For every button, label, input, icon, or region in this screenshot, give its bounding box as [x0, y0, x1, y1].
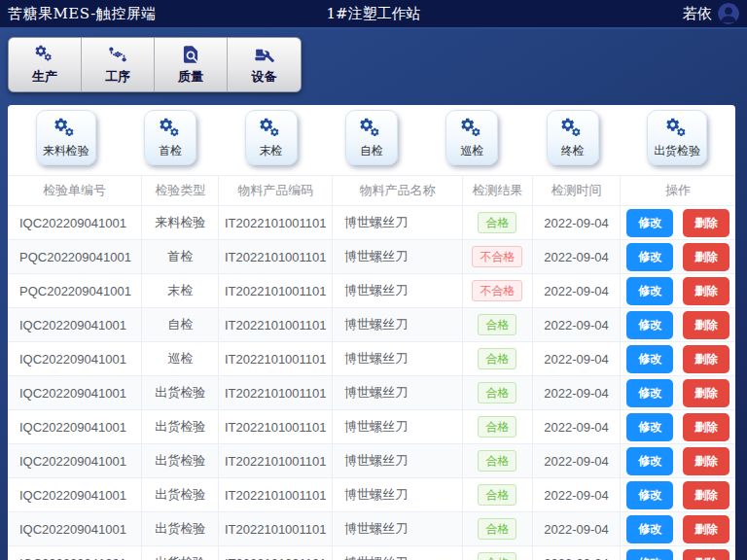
- toolbar-button-production[interactable]: 生产: [9, 38, 82, 91]
- edit-button[interactable]: 修改: [626, 515, 673, 543]
- result-badge-pass: 合格: [478, 348, 516, 369]
- order-no-cell: IQC202209041001: [8, 444, 142, 478]
- result-badge-pass: 合格: [478, 382, 516, 403]
- type-cell: 出货检验: [142, 376, 219, 410]
- actions-cell: 修改 删除: [621, 512, 735, 546]
- delete-button[interactable]: 删除: [683, 515, 729, 543]
- cogs-icon: [158, 117, 184, 141]
- actions-cell: 修改 删除: [621, 410, 735, 444]
- name-cell: 博世螺丝刀: [333, 478, 463, 512]
- result-cell: 合格: [462, 410, 532, 444]
- code-cell: IT2022101001101: [219, 376, 333, 410]
- time-cell: 2022-09-04: [532, 512, 621, 546]
- edit-button[interactable]: 修改: [626, 379, 673, 407]
- name-cell: 博世螺丝刀: [333, 206, 463, 240]
- time-cell: 2022-09-04: [532, 342, 621, 376]
- delete-button[interactable]: 删除: [683, 447, 729, 475]
- time-cell: 2022-09-04: [532, 478, 621, 512]
- toolbar-button-label: 质量: [178, 68, 203, 86]
- top-bar: 苦糖果MES-触控屏端 1#注塑工作站 若依: [0, 0, 747, 29]
- inspection-button-label: 首检: [159, 143, 182, 159]
- inspection-button-last-inspection[interactable]: 末检: [245, 110, 298, 165]
- name-cell: 博世螺丝刀: [333, 546, 463, 560]
- cogs-icon: [34, 44, 55, 65]
- time-cell: 2022-09-04: [532, 444, 621, 478]
- order-no-cell: IQC202209041001: [8, 308, 142, 342]
- result-cell: 合格: [462, 308, 532, 342]
- toolbar-button-label: 设备: [252, 68, 277, 86]
- inspection-button-incoming-inspection[interactable]: 来料检验: [36, 110, 96, 165]
- inspection-button-patrol-inspection[interactable]: 巡检: [445, 110, 498, 165]
- name-cell: 博世螺丝刀: [333, 444, 463, 478]
- user-menu[interactable]: 若依: [683, 3, 739, 24]
- delete-button[interactable]: 删除: [683, 379, 729, 407]
- table-row: IQC202209041001 出货检验 IT2022101001101 博世螺…: [8, 546, 735, 560]
- actions-cell: 修改 删除: [621, 444, 735, 478]
- machine-wrench-icon: [254, 44, 275, 65]
- delete-button[interactable]: 删除: [683, 345, 729, 373]
- code-cell: IT2022101001101: [219, 342, 333, 376]
- delete-button[interactable]: 删除: [683, 243, 729, 271]
- code-cell: IT2022101001101: [219, 444, 333, 478]
- order-no-cell: PQC202209041001: [8, 274, 142, 308]
- edit-button[interactable]: 修改: [626, 277, 673, 305]
- inspection-button-first-inspection[interactable]: 首检: [144, 110, 196, 165]
- actions-cell: 修改 删除: [621, 478, 735, 512]
- edit-button[interactable]: 修改: [626, 447, 673, 475]
- code-cell: IT2022101001101: [219, 512, 333, 546]
- delete-button[interactable]: 删除: [683, 413, 729, 441]
- actions-cell: 修改 删除: [621, 376, 735, 410]
- inspection-button-outgoing-inspection[interactable]: 出货检验: [647, 110, 707, 165]
- inspection-table: 检验单编号 检验类型 物料产品编码 物料产品名称 检测结果 检测时间 操作 IQ…: [8, 175, 735, 560]
- order-no-cell: IQC202209041001: [8, 206, 142, 240]
- result-badge-fail: 不合格: [472, 280, 522, 301]
- delete-button[interactable]: 删除: [683, 311, 729, 339]
- type-cell: 自检: [142, 308, 219, 342]
- edit-button[interactable]: 修改: [626, 549, 673, 560]
- result-cell: 合格: [462, 376, 532, 410]
- table-row: PQC202209041001 首检 IT2022101001101 博世螺丝刀…: [8, 240, 735, 274]
- table-row: PQC202209041001 末检 IT2022101001101 博世螺丝刀…: [8, 274, 735, 308]
- edit-button[interactable]: 修改: [626, 311, 673, 339]
- order-no-cell: IQC202209041001: [8, 376, 142, 410]
- inspection-button-self-inspection[interactable]: 自检: [345, 110, 398, 165]
- type-cell: 首检: [142, 240, 219, 274]
- code-cell: IT2022101001101: [219, 240, 333, 274]
- table-row: IQC202209041001 出货检验 IT2022101001101 博世螺…: [8, 512, 735, 546]
- type-cell: 巡检: [142, 342, 219, 376]
- time-cell: 2022-09-04: [532, 410, 621, 444]
- type-cell: 出货检验: [142, 410, 219, 444]
- table-row: IQC202209041001 出货检验 IT2022101001101 博世螺…: [8, 478, 735, 512]
- inspection-button-final-inspection[interactable]: 终检: [547, 110, 599, 165]
- edit-button[interactable]: 修改: [626, 481, 673, 509]
- edit-button[interactable]: 修改: [626, 243, 673, 271]
- result-badge-pass: 合格: [478, 450, 516, 472]
- name-cell: 博世螺丝刀: [333, 274, 463, 308]
- edit-button[interactable]: 修改: [626, 209, 673, 237]
- route-icon: [107, 44, 128, 65]
- time-cell: 2022-09-04: [532, 376, 621, 410]
- toolbar-button-equipment[interactable]: 设备: [228, 38, 301, 91]
- code-cell: IT2022101001101: [219, 274, 333, 308]
- code-cell: IT2022101001101: [219, 478, 333, 512]
- toolbar-button-quality[interactable]: 质量: [155, 38, 228, 91]
- result-cell: 合格: [462, 478, 532, 512]
- name-cell: 博世螺丝刀: [333, 512, 463, 546]
- delete-button[interactable]: 删除: [683, 481, 729, 509]
- app-title: 苦糖果MES-触控屏端: [8, 5, 157, 23]
- edit-button[interactable]: 修改: [626, 345, 673, 373]
- content-panel: 来料检验 首检 末检 自检 巡检 终检: [8, 105, 735, 560]
- table-row: IQC202209041001 出货检验 IT2022101001101 博世螺…: [8, 376, 735, 410]
- toolbar-button-process[interactable]: 工序: [82, 38, 155, 91]
- delete-button[interactable]: 删除: [683, 549, 729, 560]
- app-page: 苦糖果MES-触控屏端 1#注塑工作站 若依 生产 工序 质量 设: [0, 0, 747, 560]
- code-cell: IT2022101001101: [219, 410, 333, 444]
- edit-button[interactable]: 修改: [626, 413, 673, 441]
- cogs-icon: [258, 117, 284, 141]
- user-avatar-icon[interactable]: [718, 3, 739, 24]
- result-cell: 合格: [462, 444, 532, 478]
- result-cell: 合格: [462, 342, 532, 376]
- result-badge-pass: 合格: [478, 518, 516, 540]
- delete-button[interactable]: 删除: [683, 209, 729, 237]
- delete-button[interactable]: 删除: [683, 277, 729, 305]
